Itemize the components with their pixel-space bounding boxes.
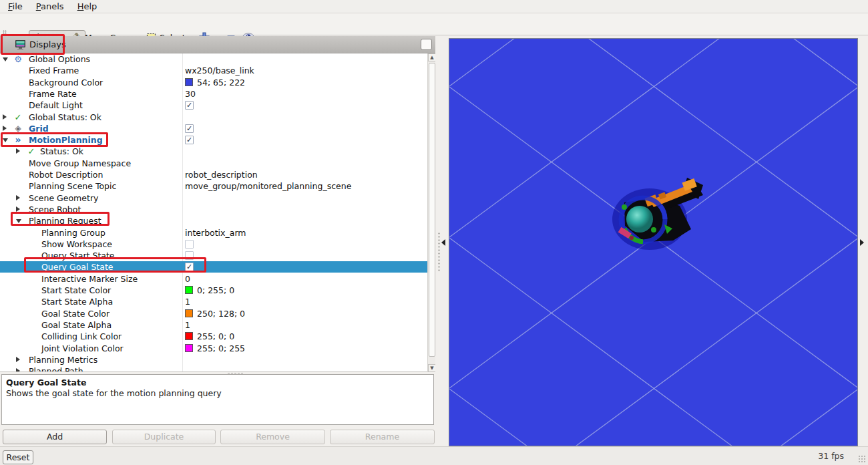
tree-row-label: Scene Geometry [29,192,98,204]
rename-button[interactable]: Rename [330,430,435,444]
interactive-marker-ball[interactable] [626,206,653,232]
value-text[interactable]: interbotix_arm [185,227,246,239]
value-text[interactable]: move_group/monitored_planning_scene [185,180,351,192]
check-green-icon: ✓ [26,146,37,157]
value-text[interactable]: wx250/base_link [185,65,254,76]
collapse-arrow-icon[interactable] [3,138,8,142]
tree-row-label: Colliding Link Color [41,331,122,342]
tree-row-scene-geometry[interactable]: Scene Geometry [0,192,427,204]
tree-row-background-color[interactable]: Background Color54; 65; 222 [0,77,427,88]
tree-row-label: MotionPlanning [29,134,103,146]
color-swatch[interactable] [185,78,193,86]
value-text[interactable]: 255; 0; 255 [197,343,245,354]
tree-row-joint-violation-color[interactable]: Joint Violation Color255; 0; 255 [0,343,427,354]
tree-row-label: Goal State Color [41,308,110,319]
tree-row-query-start-state[interactable]: Query Start State [0,250,427,261]
tree-row-label: Status: Ok [40,146,83,157]
duplicate-button[interactable]: Duplicate [112,430,216,444]
tree-row-start-state-color[interactable]: Start State Color0; 255; 0 [0,285,427,296]
expand-arrow-icon[interactable] [16,148,20,154]
tree-row-planning-scene-topic[interactable]: Planning Scene Topicmove_group/monitored… [0,180,427,192]
tree-row-start-state-alpha[interactable]: Start State Alpha1 [0,296,427,307]
displays-panel-title: Displays [29,39,66,49]
expand-arrow-icon[interactable] [16,206,20,212]
tree-row-goal-state-color[interactable]: Goal State Color250; 128; 0 [0,308,427,319]
tree-row-label: Global Options [29,53,90,65]
panel-float-button[interactable] [421,39,432,50]
tree-row-label: Background Color [29,77,103,88]
scrollbar-thumb[interactable] [429,63,435,357]
tree-row-frame-rate[interactable]: Frame Rate30 [0,88,427,100]
collapse-left-arrow-icon[interactable] [441,239,445,246]
tree-row-planning-metrics[interactable]: Planning Metrics [0,354,427,365]
expand-arrow-icon[interactable] [3,126,7,131]
reset-button[interactable]: Reset [3,450,33,464]
value-text[interactable]: 54; 65; 222 [197,77,245,88]
collapse-arrow-icon[interactable] [16,219,21,223]
collapse-arrow-icon[interactable] [3,57,8,61]
robot-model[interactable] [612,178,703,250]
tree-row-default-light[interactable]: Default Light✓ [0,100,427,111]
tree-row-planning-request[interactable]: Planning Request [0,215,427,226]
menu-item-file[interactable]: File [1,1,29,12]
tree-row-label: Show Workspace [41,239,112,250]
value-text[interactable]: 0; 255; 0 [197,285,234,296]
tree-row-robot-description[interactable]: Robot Descriptionrobot_description [0,169,427,180]
menu-item-panels[interactable]: Panels [29,1,71,12]
expand-arrow-icon[interactable] [16,357,20,362]
expand-arrow-icon[interactable] [3,114,7,120]
tree-row-label: Planning Metrics [29,354,97,365]
tree-row-label: Start State Alpha [41,296,113,307]
value-text[interactable]: 1 [185,296,190,307]
displays-tree[interactable]: ⚙Global OptionsFixed Framewx250/base_lin… [0,53,427,372]
value-text[interactable]: 0 [185,273,190,285]
tree-row-colliding-link-color[interactable]: Colliding Link Color255; 0; 0 [0,331,427,342]
window-resize-grip[interactable] [858,455,867,464]
tree-row-show-workspace[interactable]: Show Workspace [0,239,427,250]
checkbox-motionplanning[interactable]: ✓ [185,136,194,144]
tree-row-grid[interactable]: ◈Grid✓ [0,123,427,134]
tree-row-global-options[interactable]: ⚙Global Options [0,53,427,65]
tree-row-motionplanning[interactable]: »MotionPlanning✓ [0,134,427,146]
tree-row-fixed-frame[interactable]: Fixed Framewx250/base_link [0,65,427,76]
checkbox-query-start-state[interactable] [185,251,194,260]
description-title: Query Goal State [6,377,429,388]
expand-arrow-icon[interactable] [16,195,20,200]
tree-row-scene-robot[interactable]: Scene Robot [0,204,427,215]
collapse-right-arrow-icon[interactable] [860,239,864,246]
tree-vertical-scrollbar[interactable]: ▲ ▼ [427,53,435,372]
displays-panel-header[interactable]: Displays [0,36,435,53]
splitter-dots [438,232,440,272]
tree-row-label: Interactive Marker Size [41,273,138,285]
color-swatch[interactable] [185,309,193,317]
remove-button[interactable]: Remove [220,430,325,444]
tree-row-query-goal-state[interactable]: Query Goal State✓ [0,261,427,273]
tree-row-status-ok[interactable]: ✓Status: Ok [0,146,427,157]
checkbox-default-light[interactable]: ✓ [185,101,194,110]
status-bar: Reset 31 fps [0,446,868,465]
value-text[interactable]: 1 [185,319,190,331]
tree-row-global-status-ok[interactable]: ✓Global Status: Ok [0,112,427,123]
tree-row-planning-group[interactable]: Planning Groupinterbotix_arm [0,227,427,239]
tree-row-goal-state-alpha[interactable]: Goal State Alpha1 [0,319,427,331]
color-swatch[interactable] [185,286,193,294]
tree-row-label: Fixed Frame [29,65,79,76]
value-text[interactable]: 255; 0; 0 [197,331,234,342]
3d-viewport[interactable] [449,38,858,446]
checkbox-show-workspace[interactable] [185,240,194,249]
tree-row-move-group-namespace[interactable]: Move Group Namespace [0,158,427,169]
tree-row-interactive-marker-size[interactable]: Interactive Marker Size0 [0,273,427,285]
description-body: Shows the goal state for the motion plan… [6,388,429,398]
value-text[interactable]: robot_description [185,169,258,180]
tree-row-label: Move Group Namespace [29,158,131,169]
add-button[interactable]: Add [3,430,107,444]
monitor-icon [15,39,26,52]
color-swatch[interactable] [185,332,193,340]
color-swatch[interactable] [185,344,193,352]
value-text[interactable]: 250; 128; 0 [197,308,245,319]
checkbox-query-goal-state[interactable]: ✓ [185,263,194,271]
checkbox-grid[interactable]: ✓ [185,124,194,133]
value-text[interactable]: 30 [185,88,196,100]
menu-item-help[interactable]: Help [71,1,104,12]
tree-row-label: Joint Violation Color [41,343,124,354]
